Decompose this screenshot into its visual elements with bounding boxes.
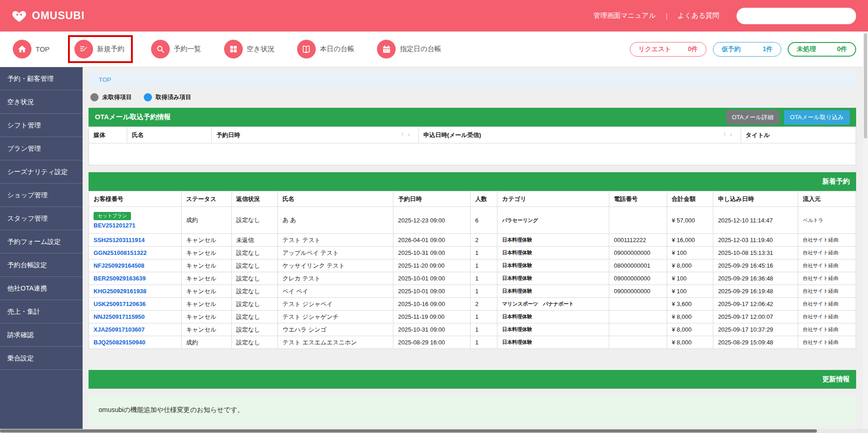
source-cell: 自社サイト経由 <box>798 311 856 323</box>
col-header-people: 人数 <box>471 191 497 207</box>
brand-name: OMUSUBI <box>32 10 85 22</box>
nav-item-new-reservation[interactable]: 新規予約 <box>68 35 133 63</box>
status-cell: キャンセル <box>181 234 231 247</box>
faq-link[interactable]: よくある質問 <box>678 11 719 20</box>
col-header-category: カテゴリ <box>497 191 609 207</box>
datetime-cell: 2025-10-31 09:00 <box>393 323 471 336</box>
sidebar-item-label: シーズナリティ設定 <box>7 168 68 176</box>
category-cell: パラセーリング <box>497 207 609 234</box>
datetime-cell: 2025-10-31 09:00 <box>393 247 471 259</box>
horizontal-scrollbar-thumb[interactable] <box>0 429 817 433</box>
vertical-scrollbar-thumb[interactable] <box>864 33 867 138</box>
source-cell: 自社サイト経由 <box>798 323 856 336</box>
sidebar-item-ota-link[interactable]: 他社OTA連携 <box>0 277 83 300</box>
total-cell: ¥ 57,000 <box>667 207 713 234</box>
reservation-link[interactable]: USK250917120636 <box>94 301 146 307</box>
sidebar-item-staff[interactable]: スタッフ管理 <box>0 207 83 230</box>
total-cell: ¥ 8,000 <box>667 336 713 349</box>
category-cell: 日本料理体験 <box>497 311 609 323</box>
people-cell: 1 <box>471 259 497 272</box>
pending-counter-badge[interactable]: 未処理 0件 <box>788 42 856 57</box>
datetime-cell: 2025-08-29 16:00 <box>393 336 471 349</box>
sidebar-item-billing[interactable]: 請求確認 <box>0 323 83 347</box>
nav-item-top[interactable]: TOP <box>8 36 54 62</box>
sort-arrows[interactable]: ↑↓ <box>723 131 736 137</box>
phone-cell <box>609 323 667 336</box>
counter-count: 0件 <box>837 45 847 53</box>
grid-icon <box>224 40 243 58</box>
col-header-reservation-datetime: 予約日時 ↑↓ <box>211 127 418 143</box>
phone-cell: 09000000000 <box>609 247 667 259</box>
total-cell: ¥ 100 <box>667 272 713 285</box>
sidebar-item-label: ショップ管理 <box>7 191 47 200</box>
nav-item-reservation-list[interactable]: 予約一覧 <box>146 36 206 62</box>
counter-label: リクエスト <box>638 45 671 53</box>
phone-cell <box>609 336 667 349</box>
source-cell: ベルトラ <box>798 207 856 234</box>
reservation-link[interactable]: NNJ250917115950 <box>94 313 145 320</box>
reservation-link[interactable]: BEV251201271 <box>94 222 136 229</box>
sidebar-item-shift[interactable]: シフト管理 <box>0 114 83 137</box>
header-search-input[interactable] <box>737 8 856 24</box>
nav-item-label: TOP <box>36 45 50 53</box>
nav-item-dated-ledger[interactable]: 指定日の台帳 <box>372 36 445 62</box>
vertical-scrollbar[interactable] <box>863 32 868 433</box>
horizontal-scrollbar[interactable] <box>0 429 868 433</box>
legend-label: 取得済み項目 <box>156 93 191 101</box>
ota-mail-import-button[interactable]: OTAメール取り込み <box>784 110 850 125</box>
request-counter-badge[interactable]: リクエスト 0件 <box>630 42 706 57</box>
sidebar-item-availability[interactable]: 空き状況 <box>0 90 83 114</box>
people-cell: 2 <box>471 298 497 311</box>
manual-link[interactable]: 管理画面マニュアル <box>593 11 656 20</box>
nav-item-availability[interactable]: 空き状況 <box>220 36 279 62</box>
phone-cell: 09000000000 <box>609 285 667 298</box>
sidebar-item-label: プラン管理 <box>7 144 41 153</box>
sidebar-item-seasonality[interactable]: シーズナリティ設定 <box>0 160 83 184</box>
customer-no-cell: NFJ250929164508 <box>89 259 182 272</box>
reservation-link[interactable]: BJQ250829150940 <box>94 339 146 346</box>
category-cell: 日本料理体験 <box>497 247 609 259</box>
reservation-link[interactable]: XJA250917103607 <box>94 326 145 333</box>
people-cell: 6 <box>471 207 497 234</box>
legend-item-unfetched: 未取得項目 <box>90 93 132 101</box>
omusubi-heart-logo-icon <box>11 8 27 24</box>
reservation-link[interactable]: NFJ250929164508 <box>94 262 144 269</box>
set-plan-badge: セットプラン <box>94 212 131 220</box>
nav-item-label: 空き状況 <box>247 45 274 53</box>
sidebar-item-ledger-settings[interactable]: 予約台帳設定 <box>0 253 83 277</box>
temporary-counter-badge[interactable]: 仮予約 1件 <box>713 42 781 57</box>
reservation-link[interactable]: BER250929163639 <box>94 275 146 282</box>
name-cell: テスト ジシャゲンチ <box>277 311 393 323</box>
sidebar-item-sales[interactable]: 売上・集計 <box>0 300 83 323</box>
legend-label: 未取得項目 <box>102 93 132 101</box>
people-cell: 1 <box>471 336 497 349</box>
reservation-link[interactable]: KHG250929161938 <box>94 288 146 295</box>
updates-notice-text: omusubiの機能追加や仕様変更のお知らせです。 <box>99 406 244 414</box>
status-cell: キャンセル <box>181 298 231 311</box>
reservation-link[interactable]: GGN251008151322 <box>94 249 146 256</box>
quick-nav: TOP 新規予約 予約一覧 空き状況 本日の台帳 <box>0 32 868 67</box>
nav-item-label: 新規予約 <box>97 45 125 53</box>
name-cell: あ あ <box>277 207 393 234</box>
table-row: NNJ250917115950 キャンセル 設定なし テスト ジシャゲンチ 20… <box>89 311 856 323</box>
counter-label: 未処理 <box>797 45 816 53</box>
counter-count: 0件 <box>688 45 698 53</box>
reservation-link[interactable]: SSH251203111914 <box>94 237 145 243</box>
updates-title: 更新情報 <box>822 375 850 384</box>
sort-arrows[interactable]: ↑↓ <box>401 131 414 137</box>
sidebar-item-reservation-customer[interactable]: 予約・顧客管理 <box>0 67 83 90</box>
source-cell: 自社サイト経由 <box>798 234 856 247</box>
status-cell: 成約 <box>181 207 231 234</box>
source-cell: 自社サイト経由 <box>798 259 856 272</box>
breadcrumb-top-link[interactable]: TOP <box>99 76 111 83</box>
sidebar-item-shop[interactable]: ショップ管理 <box>0 184 83 207</box>
sidebar-item-form-settings[interactable]: 予約フォーム設定 <box>0 230 83 253</box>
ota-mail-detail-button[interactable]: OTAメール詳細 <box>726 110 779 125</box>
sidebar-item-plan[interactable]: プラン管理 <box>0 137 83 160</box>
home-icon <box>13 40 31 58</box>
table-row: XJA250917103607 キャンセル 設定なし ウエハラ シンゴ 2025… <box>89 323 856 336</box>
sidebar-item-rideshare[interactable]: 乗合設定 <box>0 347 83 370</box>
reply-cell: 設定なし <box>231 259 277 272</box>
people-cell: 2 <box>471 234 497 247</box>
nav-item-today-ledger[interactable]: 本日の台帳 <box>293 36 359 62</box>
